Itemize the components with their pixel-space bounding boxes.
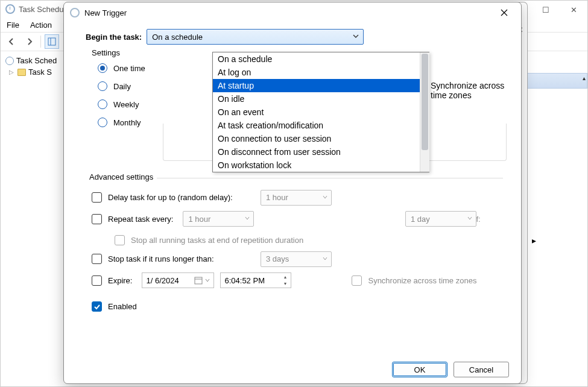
new-trigger-dialog: New Trigger Begin the task: On a schedul…: [63, 2, 522, 384]
begin-task-value: On a schedule: [152, 33, 203, 42]
chevron-down-icon: [205, 278, 210, 283]
tree-root[interactable]: Task Sched: [3, 55, 63, 66]
clock-icon: [5, 4, 15, 14]
stop-all-checkbox: [115, 235, 125, 245]
collapse-icon[interactable]: ▴: [583, 75, 586, 81]
tree-child-label: Task S: [28, 68, 52, 77]
enabled-row: Enabled: [92, 301, 503, 312]
expire-sync-checkbox: [352, 275, 362, 286]
expire-time-input[interactable]: 6:04:52 PM ▴▾: [220, 272, 291, 288]
chevron-down-icon: [322, 194, 328, 200]
chevron-down-icon: [352, 33, 359, 40]
begin-task-dropdown[interactable]: On a scheduleAt log onAt startupOn idleO…: [212, 52, 429, 172]
begin-task-combo[interactable]: On a schedule: [147, 29, 364, 45]
delay-checkbox[interactable]: [92, 192, 102, 203]
dropdown-option[interactable]: On disconnect from user session: [213, 145, 429, 159]
dialog-close-button[interactable]: [493, 4, 515, 21]
repeat-label: Repeat task every:: [108, 215, 173, 224]
stop-if-label: Stop task if it runs longer than:: [108, 254, 214, 263]
delay-row: Delay task for up to (random delay): 1 h…: [92, 192, 503, 203]
duration-value-combo[interactable]: 1 day: [405, 211, 476, 227]
folder-icon: [17, 69, 26, 76]
menu-action[interactable]: Action: [30, 20, 52, 30]
enabled-checkbox[interactable]: [92, 301, 102, 312]
expand-icon[interactable]: ▷: [9, 69, 15, 75]
chevron-down-icon: [322, 256, 328, 262]
scrollbar[interactable]: [420, 52, 429, 172]
repeat-row: Repeat task every: 1 hour for a duration…: [92, 211, 503, 227]
spinner-buttons[interactable]: ▴▾: [281, 274, 289, 287]
tree-child[interactable]: ▷ Task S: [3, 66, 63, 78]
chevron-down-icon: [467, 215, 473, 221]
dropdown-option[interactable]: On workstation lock: [213, 159, 429, 172]
menu-file[interactable]: File: [7, 20, 19, 30]
expire-date-input[interactable]: 1/ 6/2024: [142, 272, 214, 288]
radio-icon: [98, 99, 107, 109]
dropdown-option[interactable]: On connection to user session: [213, 132, 429, 145]
advanced-settings-label: Advanced settings: [86, 172, 157, 181]
dialog-footer: OK Cancel: [392, 362, 509, 377]
expire-checkbox[interactable]: [92, 275, 102, 286]
expire-sync-label: Synchronize across time zones: [368, 276, 476, 285]
advanced-settings-group: Advanced settings Delay task for up to (…: [86, 178, 503, 312]
radio-icon: [98, 63, 107, 73]
stop-all-label: Stop all running tasks at end of repetit…: [131, 236, 303, 245]
repeat-checkbox[interactable]: [92, 214, 102, 224]
expire-row: Expire: 1/ 6/2024 6:04:52 PM ▴▾ Synchron…: [92, 272, 503, 288]
scrollbar-thumb[interactable]: [422, 54, 428, 150]
repeat-value-combo[interactable]: 1 hour: [183, 211, 254, 227]
tree-root-label: Task Sched: [16, 56, 57, 65]
svg-rect-2: [195, 277, 202, 284]
radio-icon: [98, 81, 107, 91]
toolbar-pane-button[interactable]: [45, 34, 59, 49]
expand-arrow-icon[interactable]: ▸: [532, 236, 536, 245]
stop-if-row: Stop task if it runs longer than: 3 days: [92, 254, 503, 264]
stop-all-row: Stop all running tasks at end of repetit…: [115, 235, 503, 245]
dropdown-option[interactable]: At task creation/modification: [213, 119, 429, 132]
dialog-title: New Trigger: [84, 8, 493, 17]
maximize-button[interactable]: ☐: [532, 1, 560, 19]
enabled-label: Enabled: [108, 302, 137, 311]
delay-label: Delay task for up to (random delay):: [108, 193, 233, 202]
cancel-button[interactable]: Cancel: [454, 362, 509, 377]
stop-if-value-combo[interactable]: 3 days: [261, 251, 332, 267]
begin-task-label: Begin the task:: [86, 33, 142, 42]
delay-value-combo[interactable]: 1 hour: [261, 190, 332, 206]
calendar-icon: [194, 276, 203, 285]
dropdown-option[interactable]: On an event: [213, 105, 429, 119]
dropdown-option[interactable]: On idle: [213, 92, 429, 105]
stop-if-checkbox[interactable]: [92, 254, 102, 264]
expire-label: Expire:: [108, 276, 132, 285]
tree-panel: Task Sched ▷ Task S: [3, 55, 63, 78]
radio-icon: [98, 118, 107, 127]
clock-icon: [70, 8, 80, 17]
chevron-down-icon: [244, 215, 250, 221]
actions-pane: ▴ ▸: [524, 73, 587, 386]
dropdown-option[interactable]: At startup: [213, 79, 429, 92]
dialog-titlebar[interactable]: New Trigger: [64, 2, 521, 23]
svg-rect-0: [48, 38, 55, 45]
dropdown-option[interactable]: At log on: [213, 66, 429, 79]
ok-button[interactable]: OK: [392, 362, 447, 377]
clock-icon: [5, 57, 14, 65]
close-button[interactable]: ✕: [560, 1, 587, 19]
sync-timezones-label: Synchronize across time zones: [431, 81, 521, 100]
dropdown-option[interactable]: On a schedule: [213, 52, 429, 66]
back-button[interactable]: [4, 34, 19, 49]
forward-button[interactable]: [22, 34, 37, 49]
